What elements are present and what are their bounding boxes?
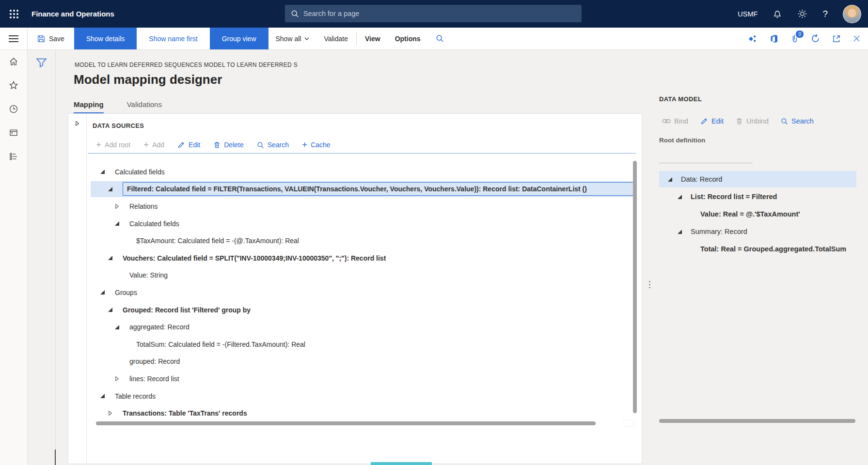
- app-launcher-button[interactable]: [0, 0, 28, 28]
- tree-item-filtered-selected[interactable]: Filtered: Calculated field = FILTER(Tran…: [68, 181, 643, 198]
- delete-button[interactable]: Delete: [213, 141, 243, 149]
- actionbar-search-icon[interactable]: [428, 28, 452, 49]
- tree-item-calculated-fields[interactable]: Calculated fields: [68, 163, 643, 181]
- model-item-value[interactable]: Value: Real = @.'$TaxAmount': [653, 205, 868, 223]
- show-all-dropdown[interactable]: Show all: [268, 28, 317, 49]
- tree-item-transactions[interactable]: Transactions: Table 'TaxTrans' records: [68, 404, 643, 422]
- expand-arrow-icon[interactable]: [678, 195, 691, 199]
- workspace-icon[interactable]: [9, 128, 18, 138]
- expand-arrow-icon[interactable]: [108, 256, 123, 260]
- tree-item-taxamount[interactable]: $TaxAmount: Calculated field = -(@.TaxAm…: [68, 232, 643, 249]
- search-label: Search: [268, 141, 289, 149]
- root-definition-label: Root definition: [659, 137, 705, 144]
- page-tabs: Mapping Validations: [74, 100, 162, 114]
- model-item-summary[interactable]: Summary: Record: [653, 223, 868, 240]
- global-search-box[interactable]: [285, 5, 582, 22]
- add-root-button[interactable]: + Add root: [96, 141, 130, 149]
- hamburger-menu-icon[interactable]: [0, 28, 28, 49]
- bind-label: Bind: [674, 117, 688, 125]
- save-label: Save: [49, 35, 64, 43]
- expand-arrow-icon[interactable]: [108, 308, 123, 312]
- search-tree-button[interactable]: Search: [257, 141, 289, 149]
- tab-validations[interactable]: Validations: [127, 100, 162, 114]
- data-model-horizontal-scrollbar-thumb[interactable]: [659, 419, 855, 423]
- collapse-arrow-icon[interactable]: [115, 376, 129, 382]
- delete-label: Delete: [224, 141, 243, 149]
- top-navigation-bar: Finance and Operations USMF ?: [0, 0, 868, 28]
- tree-item-lines[interactable]: lines: Record list: [68, 370, 643, 388]
- modules-list-icon[interactable]: [9, 152, 18, 161]
- edit-pencil-icon: [700, 117, 708, 125]
- close-icon[interactable]: [853, 35, 860, 42]
- tree-item-groups[interactable]: Groups: [68, 284, 643, 301]
- attachments-paperclip-icon[interactable]: 0: [790, 34, 799, 43]
- expand-arrow-icon[interactable]: [100, 394, 115, 398]
- data-sources-tree: Calculated fields Filtered: Calculated f…: [68, 163, 643, 422]
- vertical-scrollbar-thumb[interactable]: [633, 161, 637, 413]
- validate-button[interactable]: Validate: [316, 28, 355, 49]
- show-details-toggle[interactable]: Show details: [74, 28, 137, 49]
- tree-item-grouped-record[interactable]: grouped: Record: [68, 353, 643, 371]
- panel-splitter-handle[interactable]: [647, 50, 653, 464]
- search-input[interactable]: [303, 10, 576, 17]
- save-button[interactable]: Save: [28, 28, 74, 49]
- user-avatar[interactable]: [843, 5, 861, 23]
- tab-mapping[interactable]: Mapping: [74, 100, 104, 114]
- model-item-list[interactable]: List: Record list = Filtered: [653, 188, 868, 205]
- expand-arrow-icon[interactable]: [115, 221, 129, 226]
- group-view-toggle[interactable]: Group view: [210, 28, 268, 49]
- refresh-icon[interactable]: [811, 34, 820, 43]
- expand-arrow-icon[interactable]: [678, 230, 691, 234]
- add-button[interactable]: + Add: [143, 141, 164, 149]
- tree-item-totalsum[interactable]: TotalSum: Calculated field = -(Filtered.…: [68, 336, 643, 353]
- collapse-arrow-icon[interactable]: [108, 410, 123, 416]
- filter-funnel-icon[interactable]: [36, 58, 47, 68]
- model-item-total[interactable]: Total: Real = Grouped.aggregated.TotalSu…: [653, 240, 868, 258]
- page-horizontal-scrollbar-thumb[interactable]: [371, 462, 432, 465]
- topbar-right-cluster: USMF ?: [738, 0, 868, 28]
- edit-pencil-icon: [177, 141, 185, 149]
- open-in-new-window-icon[interactable]: [832, 34, 841, 43]
- help-icon[interactable]: ?: [822, 9, 828, 19]
- unbind-button[interactable]: Unbind: [736, 117, 769, 125]
- tree-item-grouped[interactable]: Grouped: Record list 'Filtered' group by: [68, 301, 643, 319]
- tree-item-table-records[interactable]: Table records: [68, 388, 643, 405]
- tree-item-calculated-fields-nested[interactable]: Calculated fields: [68, 215, 643, 232]
- company-selector[interactable]: USMF: [738, 10, 758, 18]
- data-model-panel: DATA MODEL Bind Edit Unbind: [653, 50, 868, 465]
- expand-arrow-icon[interactable]: [115, 325, 129, 329]
- view-label: View: [365, 35, 380, 43]
- expand-arrow-icon[interactable]: [668, 177, 681, 182]
- app-title: Finance and Operations: [32, 10, 114, 18]
- expand-arrow-icon[interactable]: [100, 170, 115, 174]
- tree-item-value-string[interactable]: Value: String: [68, 267, 643, 284]
- cache-button[interactable]: + Cache: [302, 141, 331, 149]
- data-model-tree: Data: Record List: Record list = Filtere…: [653, 170, 868, 258]
- tree-item-vouchers[interactable]: Vouchers: Calculated field = SPLIT("INV-…: [68, 249, 643, 267]
- favorites-star-icon[interactable]: [9, 80, 18, 90]
- office-logo-icon[interactable]: [770, 34, 778, 43]
- model-item-data-record-selected[interactable]: Data: Record: [653, 170, 868, 188]
- settings-gear-icon[interactable]: [797, 9, 807, 19]
- insights-diamonds-icon[interactable]: [748, 34, 758, 44]
- tree-item-aggregated[interactable]: aggregated: Record: [68, 318, 643, 336]
- notifications-bell-icon[interactable]: [773, 9, 782, 19]
- horizontal-scrollbar-thumb[interactable]: [96, 421, 596, 425]
- bind-button[interactable]: Bind: [662, 117, 688, 125]
- data-sources-toolbar: + Add root + Add Edit Delete: [96, 138, 331, 152]
- options-menu[interactable]: Options: [388, 28, 428, 49]
- splitter-dots-icon: [649, 281, 650, 290]
- edit-model-button[interactable]: Edit: [700, 117, 724, 125]
- collapse-arrow-icon[interactable]: [115, 203, 129, 209]
- expand-arrow-icon[interactable]: [100, 290, 115, 294]
- tree-item-relations[interactable]: Relations: [68, 198, 643, 215]
- show-name-first-toggle[interactable]: Show name first: [137, 28, 209, 49]
- edit-model-label: Edit: [711, 117, 724, 125]
- home-icon[interactable]: [9, 57, 18, 66]
- pane-resize-edge[interactable]: [55, 450, 56, 465]
- view-menu[interactable]: View: [358, 28, 388, 49]
- edit-button[interactable]: Edit: [177, 141, 200, 149]
- expand-arrow-icon[interactable]: [108, 187, 123, 191]
- search-model-button[interactable]: Search: [781, 117, 814, 125]
- recent-clock-icon[interactable]: [9, 104, 18, 114]
